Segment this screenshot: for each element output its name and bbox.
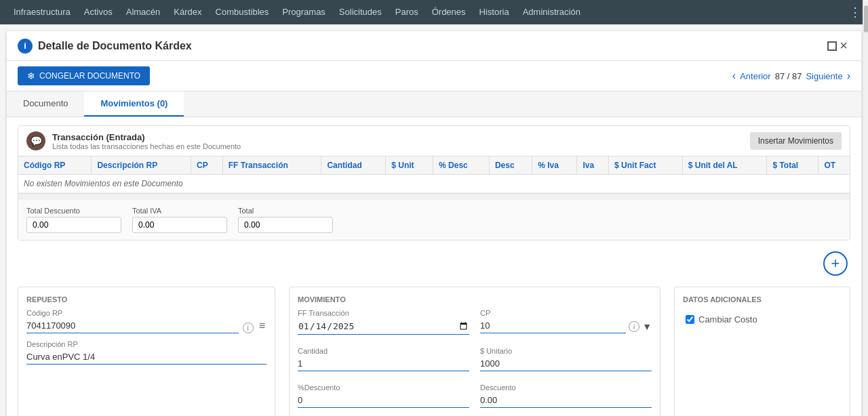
transaction-section: 💬 Transacción (Entrada) Lista todas las … xyxy=(18,125,850,241)
nav-infraestructura[interactable]: Infraestructura xyxy=(7,0,77,24)
unitario-group: $ Unitario xyxy=(480,347,652,371)
nav-activos[interactable]: Activos xyxy=(77,0,119,24)
tab-movimientos[interactable]: Movimientos (0) xyxy=(84,91,184,117)
descuento-input[interactable] xyxy=(480,393,652,408)
dialog-title: Detalle de Documento Kárdex xyxy=(38,40,821,52)
nav-kardex[interactable]: Kárdex xyxy=(167,0,208,24)
cambiar-costo-label[interactable]: Cambiar Costo xyxy=(698,314,757,325)
total-label: Total xyxy=(238,207,333,215)
nav-historia[interactable]: Historia xyxy=(473,0,516,24)
col-ff-transaccion: FF Transacción xyxy=(222,157,321,175)
cambiar-costo-wrap: Cambiar Costo xyxy=(683,309,842,330)
total-iva-label: Total IVA xyxy=(132,207,227,215)
repuesto-section-label: Repuesto xyxy=(26,295,267,304)
repuesto-section: Repuesto Código RP i ≡ Descripción RP xyxy=(18,287,275,416)
unitario-label: $ Unitario xyxy=(480,347,652,355)
nav-programas[interactable]: Programas xyxy=(275,0,332,24)
insertar-movimientos-button[interactable]: Insertar Movimientos xyxy=(750,132,842,150)
col-unit-al: $ Unit del AL xyxy=(682,157,767,175)
col-desc: Desc xyxy=(489,157,532,175)
totals-row: Total Descuento Total IVA Total xyxy=(18,200,850,240)
col-codigo-rp: Código RP xyxy=(18,157,92,175)
descripcion-rp-group: Descripción RP xyxy=(26,340,267,365)
dialog-header: i Detalle de Documento Kárdex × xyxy=(7,31,861,61)
total-iva-input[interactable] xyxy=(132,217,227,233)
nav-almacen[interactable]: Almacén xyxy=(119,0,167,24)
codigo-info-icon[interactable]: i xyxy=(243,323,254,333)
next-arrow-button[interactable]: › xyxy=(847,70,850,82)
cambiar-costo-checkbox[interactable] xyxy=(686,315,694,324)
pct-descuento-group: %Descuento xyxy=(298,383,469,408)
nav-more-icon[interactable]: ⋮ xyxy=(849,5,861,20)
total-descuento-input[interactable] xyxy=(26,217,121,233)
pct-descuento-input[interactable] xyxy=(298,393,469,408)
codigo-rp-group: Código RP i ≡ xyxy=(26,309,267,333)
descuento-group: Descuento xyxy=(480,383,652,408)
nav-paros[interactable]: Paros xyxy=(389,0,425,24)
horizontal-scrollbar[interactable] xyxy=(18,193,850,200)
col-unit-fact: $ Unit Fact xyxy=(609,157,683,175)
cantidad-input[interactable] xyxy=(298,356,469,371)
ff-transaccion-group: FF Transacción xyxy=(298,309,469,335)
descuento-label: Descuento xyxy=(480,383,652,392)
cp-label: CP xyxy=(480,309,652,317)
bottom-section: Repuesto Código RP i ≡ Descripción RP xyxy=(18,281,850,416)
content-area: 💬 Transacción (Entrada) Lista todas las … xyxy=(7,117,861,416)
tab-documento[interactable]: Documento xyxy=(7,91,84,117)
total-input[interactable] xyxy=(238,217,333,233)
descripcion-rp-label: Descripción RP xyxy=(26,340,267,348)
codigo-rp-input[interactable] xyxy=(26,318,239,333)
freeze-icon: ❄ xyxy=(27,70,35,81)
codigo-input-wrap xyxy=(26,318,239,333)
table-row: No existen Movimientos en este Documento xyxy=(18,175,850,193)
total-iva-field: Total IVA xyxy=(132,207,227,233)
transaction-table-scroll[interactable]: Código RP Descripción RP CP FF Transacci… xyxy=(18,157,850,193)
movimiento-section: Movimiento FF Transacción CP i ▼ xyxy=(289,287,660,416)
cp-input[interactable] xyxy=(480,318,626,333)
pct-descuento-label: %Descuento xyxy=(298,383,469,392)
cp-wrap: i ▼ xyxy=(480,318,652,333)
prev-link[interactable]: Anterior xyxy=(740,71,771,81)
cp-dropdown-icon[interactable]: ▼ xyxy=(642,321,652,332)
datos-adicionales-label: Datos Adicionales xyxy=(683,295,842,304)
codigo-filter-button[interactable]: ≡ xyxy=(258,318,267,333)
toolbar: ❄ CONGELAR DOCUMENTO ‹ Anterior 87 / 87 … xyxy=(7,61,861,91)
col-total: $ Total xyxy=(767,157,818,175)
col-unit: $ Unit xyxy=(386,157,433,175)
cantidad-group: Cantidad xyxy=(298,347,469,371)
congelar-label: CONGELAR DOCUMENTO xyxy=(39,71,140,81)
transaction-table: Código RP Descripción RP CP FF Transacci… xyxy=(18,157,850,193)
total-field: Total xyxy=(238,207,333,233)
nav-ordenes[interactable]: Órdenes xyxy=(425,0,473,24)
dialog-checkbox[interactable] xyxy=(827,41,837,51)
movimiento-section-label: Movimiento xyxy=(298,295,652,304)
ff-transaccion-input[interactable] xyxy=(298,318,469,335)
page-count: 87 / 87 xyxy=(775,71,802,81)
next-link[interactable]: Siguiente xyxy=(806,71,842,81)
transaction-subtitle: Lista todas las transacciones hechas en … xyxy=(52,142,241,150)
close-button[interactable]: × xyxy=(837,38,850,54)
table-header-row: Código RP Descripción RP CP FF Transacci… xyxy=(18,157,850,175)
prev-arrow-button[interactable]: ‹ xyxy=(732,70,736,82)
ff-transaccion-label: FF Transacción xyxy=(298,309,469,317)
cantidad-label: Cantidad xyxy=(298,347,469,355)
codigo-row: i ≡ xyxy=(26,318,267,333)
cp-group: CP i ▼ xyxy=(480,309,652,335)
col-pct-iva: % Iva xyxy=(532,157,577,175)
descripcion-rp-input[interactable] xyxy=(26,350,267,365)
main-dialog: i Detalle de Documento Kárdex × ❄ CONGEL… xyxy=(7,31,861,416)
top-navigation: Infraestructura Activos Almacén Kárdex C… xyxy=(0,0,868,24)
col-iva: Iva xyxy=(577,157,609,175)
col-ot: OT xyxy=(818,157,850,175)
add-movement-button[interactable]: + xyxy=(823,251,848,276)
unitario-input[interactable] xyxy=(480,356,652,371)
congelar-button[interactable]: ❄ CONGELAR DOCUMENTO xyxy=(18,66,150,85)
dialog-info-icon: i xyxy=(18,39,33,54)
nav-combustibles[interactable]: Combustibles xyxy=(209,0,276,24)
transaction-icon: 💬 xyxy=(26,131,45,150)
cp-info-icon[interactable]: i xyxy=(629,321,639,332)
col-cp: CP xyxy=(191,157,223,175)
nav-administracion[interactable]: Administración xyxy=(516,0,587,24)
nav-solicitudes[interactable]: Solicitudes xyxy=(332,0,389,24)
datos-adicionales-section: Datos Adicionales Cambiar Costo xyxy=(674,287,850,416)
